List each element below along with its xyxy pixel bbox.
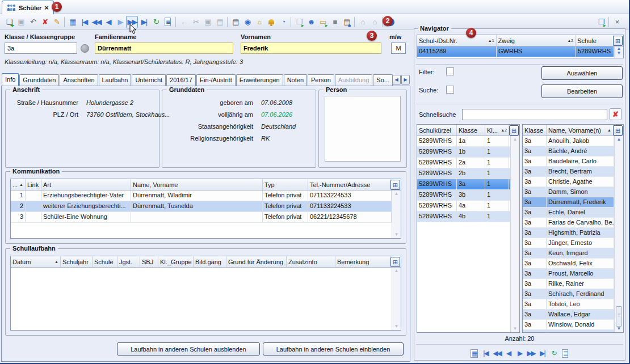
tab-laufbahn[interactable]: Laufbahn xyxy=(99,74,132,86)
column-header-name-vorname[interactable]: Name, Vorname xyxy=(131,179,263,190)
table-config-button[interactable]: ⊞ xyxy=(390,257,400,267)
table-row[interactable]: 3aFarias de Carvalho, Be... xyxy=(523,218,623,228)
tab-erweiterungen[interactable]: Erweiterungen xyxy=(236,74,283,86)
nav-next-fast-icon[interactable]: ▶▶ xyxy=(526,348,537,359)
column-header-schule[interactable]: Schule xyxy=(576,35,614,46)
column-header-jgst-[interactable]: Jgst. xyxy=(117,256,140,267)
table-config-button[interactable]: ⊞ xyxy=(613,125,623,136)
tab-anschriften[interactable]: Anschriften xyxy=(60,74,98,86)
column-header--[interactable]: ...▲ xyxy=(11,179,26,190)
table-row[interactable]: 3aYang, Alessandro xyxy=(523,330,623,332)
column-header-link[interactable]: Link xyxy=(26,179,41,190)
column-header-klasse[interactable]: Klasse xyxy=(523,125,547,136)
scroll-up-icon[interactable]: ▲ xyxy=(394,192,399,196)
clock-icon[interactable]: ◔ xyxy=(277,16,289,28)
tab-scroll-right-icon[interactable]: ▶ xyxy=(401,75,410,84)
tab-grunddaten[interactable]: Grunddaten xyxy=(19,74,59,86)
column-header-kl-gruppe[interactable]: Kl._Gruppe xyxy=(158,256,194,267)
tab-unterricht[interactable]: Unterricht xyxy=(132,74,166,86)
table-row[interactable]: 3aBaudelaire, Carlo xyxy=(523,156,623,167)
laufbahn-einblenden-button[interactable]: Laufbahn in anderen Schulen einblenden xyxy=(263,342,404,355)
table-row[interactable]: 3aProust, Marcello xyxy=(523,269,623,279)
table-config-button[interactable]: ⊞ xyxy=(509,125,519,136)
table-row[interactable]: 3aAnouilh, Jakob xyxy=(523,136,623,146)
scroll-up-icon[interactable]: ▲ xyxy=(617,137,621,142)
tab-info[interactable]: Info xyxy=(2,73,19,86)
addressbook-icon[interactable]: ▤☻ xyxy=(341,16,352,28)
tab-scroll-left-icon[interactable]: ◀ xyxy=(392,75,401,84)
scrollbar-thumb[interactable] xyxy=(616,306,622,327)
column-header-sbj[interactable]: SBJ xyxy=(140,256,158,267)
nav-prev-fast-icon[interactable]: ◀◀ xyxy=(492,348,503,359)
column-header-klasse[interactable]: Klasse xyxy=(457,125,485,136)
table-row[interactable]: 5289WRHS1a1 xyxy=(417,136,519,147)
nav-next-icon[interactable]: ▶ xyxy=(514,348,526,359)
table-row[interactable]: 5289WRHS2b1 xyxy=(417,168,519,179)
table-row[interactable]: 3aBrecht, Bertram xyxy=(523,167,623,177)
scroll-down-icon[interactable]: ▼ xyxy=(513,327,518,331)
nav-prev-icon[interactable]: ◀ xyxy=(503,348,514,359)
export-icon[interactable]: ❒➤ xyxy=(293,16,305,28)
nav-prev-icon[interactable]: ◀ xyxy=(102,16,114,28)
scroll-up-icon[interactable]: ▲ xyxy=(394,269,399,273)
tab-so[interactable]: So... xyxy=(373,74,393,86)
column-header-schuljahr[interactable]: Schuljahr xyxy=(61,256,93,267)
home-icon-2[interactable]: ⌂ xyxy=(368,16,380,28)
datasheet-icon[interactable]: ▦ xyxy=(66,16,78,28)
refresh-icon[interactable]: ↻ xyxy=(150,16,162,28)
column-header-bemerkung[interactable]: Bemerkung xyxy=(335,256,391,267)
row-spinner[interactable]: ▲▼ xyxy=(614,46,623,58)
table-row[interactable]: 5289WRHS1b1 xyxy=(417,147,519,158)
bell-icon[interactable] xyxy=(265,16,277,28)
list-icon[interactable]: ≣ xyxy=(162,16,174,28)
tab-close-icon[interactable]: × xyxy=(44,5,49,11)
folder-export-icon[interactable]: ▭➤ xyxy=(317,16,329,28)
column-header-bild-gang[interactable]: Bild.gang xyxy=(194,256,226,267)
table-row[interactable]: 3aEchle, Daniel xyxy=(523,208,623,218)
edit-icon[interactable]: ✎ xyxy=(51,16,62,28)
nav-last-icon[interactable]: ▶| xyxy=(138,16,150,28)
column-header-schule[interactable]: Schule xyxy=(93,256,117,267)
tab-noten[interactable]: Noten xyxy=(284,74,307,86)
vertical-scrollbar[interactable]: ▲▼ xyxy=(614,136,623,332)
filter-checkbox[interactable] xyxy=(446,67,454,75)
column-header-schulk-rzel[interactable]: Schulkürzel xyxy=(417,125,457,136)
table-row[interactable]: 3aTolstoi, Leo xyxy=(523,299,623,310)
table-row[interactable]: 3aChristie, Agathe xyxy=(523,177,623,187)
scroll-down-icon[interactable]: ▼ xyxy=(617,327,621,331)
table-row[interactable]: 3aDamm, Simon xyxy=(523,187,623,197)
vertical-scrollbar[interactable]: ▲▼ xyxy=(392,268,401,330)
table-row[interactable]: 5289WRHS3b1 xyxy=(417,190,519,201)
nav-last-icon[interactable]: ▶| xyxy=(537,348,548,359)
table-row[interactable]: 5289WRHS3a1 xyxy=(417,179,519,190)
spinner-down-icon[interactable]: ▼ xyxy=(617,51,621,56)
table-row[interactable]: 1Erziehungsberechtigter-VaterDürrenmatt,… xyxy=(11,191,401,201)
clear-search-button[interactable]: ✘ xyxy=(610,108,621,120)
undo-icon[interactable]: ↶ xyxy=(27,16,39,28)
table-row[interactable]: 3aRilke, Rainer xyxy=(523,279,623,289)
table-row[interactable]: 3aBächle, André xyxy=(523,146,623,156)
column-header-zweig[interactable]: Zweig▲2 xyxy=(497,35,576,46)
document-tab-schueler[interactable]: Schüler × xyxy=(2,1,54,14)
list-icon[interactable]: ≣ xyxy=(560,348,571,359)
auswaehlen-button[interactable]: Auswählen xyxy=(541,66,623,80)
datasheet-icon[interactable]: ▦ xyxy=(469,348,480,359)
suche-checkbox[interactable] xyxy=(446,86,454,94)
table-row[interactable]: 5289WRHS4a1 xyxy=(417,201,519,211)
preview-icon[interactable]: ◉ xyxy=(241,16,253,28)
hint-icon[interactable]: ☼ xyxy=(253,16,265,28)
student-icon[interactable]: ☻ xyxy=(305,16,317,28)
scroll-up-icon[interactable]: ▲ xyxy=(513,137,518,142)
table-row[interactable]: 3aSchirach, Ferdinand xyxy=(523,289,623,299)
class-info-button[interactable] xyxy=(81,44,89,53)
column-header-datum[interactable]: Datum▲ xyxy=(11,256,61,267)
table-row[interactable]: 3aDürrenmatt, Frederik xyxy=(523,197,623,208)
delete-icon[interactable]: ✘ xyxy=(39,16,51,28)
table-row[interactable]: 2weiterer Erziehungsberechti...Dürrenmat… xyxy=(11,201,401,212)
table-row[interactable]: 3aOschwald, Felix xyxy=(523,259,623,269)
klasse-input[interactable] xyxy=(5,43,77,54)
table-row[interactable]: 3Schüler-Eine WohnungTelefon privat06221… xyxy=(11,212,401,223)
schnellsuche-input[interactable] xyxy=(462,109,607,120)
home-icon-1[interactable]: ⌂ xyxy=(356,16,368,28)
tab-ein-austritt[interactable]: Ein-/Austritt xyxy=(196,74,236,86)
